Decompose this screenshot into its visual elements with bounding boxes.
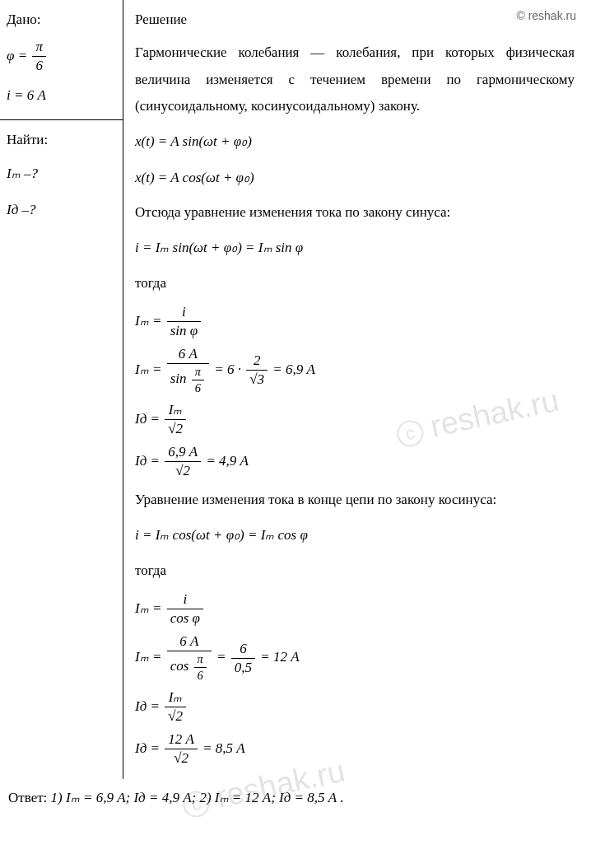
given-column: Дано: φ = π 6 i = 6 А Найти: Iₘ –? Iд –?: [0, 0, 123, 779]
copyright-label: © reshak.ru: [516, 5, 576, 27]
eq-im-sin-frac: Iₘ = i sin φ: [135, 303, 575, 340]
cos-law-text: Уравнение изменения тока в конце цепи по…: [135, 487, 575, 513]
given-label: Дано:: [7, 7, 114, 33]
eq-i-cos: i = Iₘ cos(ωt + φ₀) = Iₘ cos φ: [135, 520, 575, 550]
eq-im-cos-calc: Iₘ = 6 А cos π 6 = 6 0,5 = 12 А: [135, 632, 575, 684]
given-phi: φ = π 6: [7, 38, 114, 75]
answer-row: Ответ: 1) Iₘ = 6,9 А; Iд = 4,9 А; 2) Iₘ …: [0, 780, 591, 816]
eq-id-cos-calc: Iд = 12 А √2 = 8,5 А: [135, 730, 575, 768]
sin-law-text: Отсюда уравнение изменения тока по закон…: [135, 199, 575, 226]
eq-xt-cos: x(t) = A cos(ωt + φ₀): [135, 162, 575, 193]
eq-id-frac: Iд = Iₘ √2: [135, 401, 575, 438]
answer-text: 1) Iₘ = 6,9 А; Iд = 4,9 А; 2) Iₘ = 12 А;…: [51, 790, 344, 805]
divider: [0, 119, 123, 120]
eq-xt-sin: x(t) = A sin(ωt + φ₀): [135, 126, 575, 156]
eq-im-sin-calc: Iₘ = 6 А sin π 6 = 6 · 2 √3 = 6,9 А: [135, 345, 575, 396]
solution-column: © reshak.ru Решение Гармонические колеба…: [123, 0, 591, 779]
find-im: Iₘ –?: [7, 158, 114, 189]
intro-text: Гармонические колебания — колебания, при…: [135, 40, 575, 119]
then-1: тогда: [135, 270, 575, 296]
answer-label: Ответ:: [8, 790, 51, 805]
eq-id-cos-frac: Iд = Iₘ √2: [135, 688, 575, 726]
find-label: Найти:: [7, 127, 114, 153]
given-i: i = 6 А: [7, 80, 114, 110]
solution-label: Решение: [135, 7, 575, 33]
eq-id-sin-calc: Iд = 6,9 А √2 = 4,9 А: [135, 443, 575, 480]
eq-i-sin: i = Iₘ sin(ωt + φ₀) = Iₘ sin φ: [135, 232, 575, 263]
find-id: Iд –?: [7, 194, 114, 225]
page-container: Дано: φ = π 6 i = 6 А Найти: Iₘ –? Iд –?…: [0, 0, 591, 780]
then-2: тогда: [135, 558, 575, 584]
eq-im-cos-frac: Iₘ = i cos φ: [135, 590, 575, 628]
